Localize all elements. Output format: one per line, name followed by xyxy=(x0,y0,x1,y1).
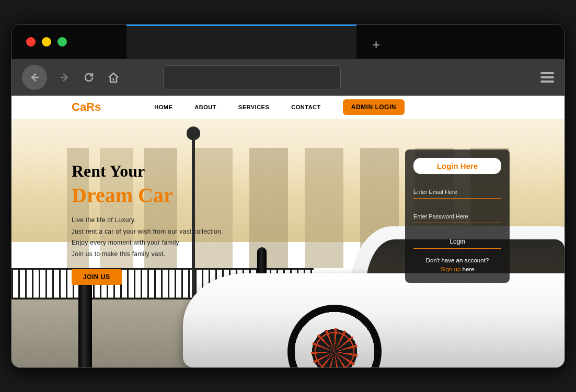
close-window-icon[interactable] xyxy=(26,37,36,47)
email-input[interactable] xyxy=(413,186,501,199)
hero-copy-line1: Live the life of Luxury. xyxy=(72,215,223,226)
url-bar[interactable] xyxy=(163,65,341,89)
new-tab-button[interactable]: + xyxy=(372,37,380,53)
bollard-graphic xyxy=(78,273,92,367)
browser-frame: + CaRs HOME ABOUT SERVIC xyxy=(11,24,565,368)
login-button[interactable]: Login xyxy=(413,235,501,249)
window-controls xyxy=(11,37,67,47)
menu-button[interactable] xyxy=(540,70,554,85)
arrow-left-icon xyxy=(28,71,41,84)
signup-text: Don't have an account? xyxy=(426,257,489,263)
join-us-button[interactable]: JOIN US xyxy=(72,269,122,285)
nav-contact[interactable]: CONTACT xyxy=(291,104,320,110)
browser-toolbar xyxy=(11,59,565,96)
nav-about[interactable]: ABOUT xyxy=(194,104,216,110)
login-header: Login Here xyxy=(413,158,501,174)
navbar: CaRs HOME ABOUT SERVICES CONTACT ADMIN L… xyxy=(11,96,565,119)
hero-section: Rent Your Dream Car Live the life of Lux… xyxy=(72,162,223,285)
login-card: Login Here Login Don't have an account? … xyxy=(405,149,510,283)
home-button[interactable] xyxy=(107,71,120,84)
reload-button[interactable] xyxy=(83,71,95,84)
signup-link[interactable]: Sign up xyxy=(440,266,460,272)
admin-login-button[interactable]: ADMIN LOGIN xyxy=(343,99,405,115)
maximize-window-icon[interactable] xyxy=(57,37,67,47)
titlebar: + xyxy=(11,25,565,59)
hero-title-line2: Dream Car xyxy=(72,183,223,207)
brand-logo[interactable]: CaRs xyxy=(72,100,101,114)
hero-copy-line4: Join us to make this family vast. xyxy=(72,249,223,260)
active-tab[interactable] xyxy=(126,25,356,59)
signup-prompt: Don't have an account? Sign up here xyxy=(413,256,501,274)
page-viewport: CaRs HOME ABOUT SERVICES CONTACT ADMIN L… xyxy=(11,96,565,367)
hero-title-line1: Rent Your xyxy=(72,162,223,181)
signup-suffix: here xyxy=(460,266,474,272)
nav-home[interactable]: HOME xyxy=(154,104,172,110)
minimize-window-icon[interactable] xyxy=(42,37,51,47)
svg-rect-0 xyxy=(113,78,114,80)
back-button[interactable] xyxy=(22,65,47,90)
forward-button[interactable] xyxy=(59,71,71,84)
hero-copy-line2: Just rent a car of your wish from our va… xyxy=(72,226,223,238)
password-input[interactable] xyxy=(413,210,501,223)
nav-services[interactable]: SERVICES xyxy=(238,104,269,110)
hero-copy-line3: Enjoy every moment with your family xyxy=(72,237,223,249)
